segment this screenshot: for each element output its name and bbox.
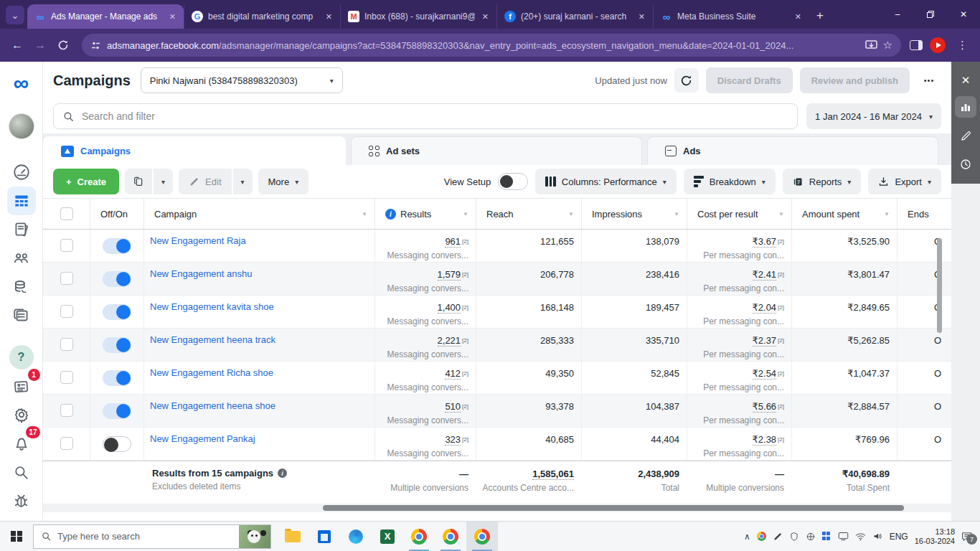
site-controls-icon[interactable] [90, 40, 101, 51]
sidebar-item-events-manager[interactable] [7, 301, 36, 330]
close-panel-icon[interactable]: ✕ [961, 72, 971, 89]
more-button[interactable]: More ▾ [258, 169, 309, 194]
taskbar-excel[interactable]: X [372, 522, 403, 551]
tray-shield-icon[interactable] [789, 532, 799, 542]
row-checkbox[interactable] [60, 404, 73, 417]
results-value[interactable]: 1,579 [438, 269, 461, 281]
sidebar-item-campaigns[interactable] [7, 187, 36, 215]
browser-tab-meta-business-suite[interactable]: ∞ Meta Business Suite ✕ [653, 4, 809, 29]
row-checkbox[interactable] [60, 371, 73, 384]
campaign-toggle[interactable] [103, 403, 131, 419]
browser-tab-google-search[interactable]: G best digital marketing comp ✕ [184, 4, 340, 29]
campaign-toggle[interactable] [103, 238, 131, 254]
sidebar-item-whats-new[interactable]: 1 [7, 372, 36, 400]
cost-value[interactable]: ₹2.54 [753, 368, 777, 380]
campaign-link[interactable]: New Engagement heena shoe [144, 400, 281, 411]
side-panel-icon[interactable] [910, 40, 923, 50]
notification-center-icon[interactable]: 7 [961, 531, 973, 542]
taskbar-chrome-2[interactable] [435, 522, 466, 551]
tab-close-icon[interactable]: ✕ [793, 12, 804, 22]
sidebar-item-settings[interactable] [7, 400, 36, 429]
refresh-button[interactable] [674, 68, 699, 93]
more-options-button[interactable]: ••• [917, 68, 941, 93]
minimize-button[interactable]: – [881, 0, 914, 29]
reports-button[interactable]: Reports ▾ [783, 169, 862, 194]
duplicate-dropdown-button[interactable]: ▾ [154, 169, 173, 194]
row-checkbox[interactable] [60, 272, 73, 285]
campaign-link[interactable]: New Engagement Raja [144, 235, 252, 246]
sidebar-item-search[interactable] [7, 458, 36, 486]
language-indicator[interactable]: ENG [890, 532, 908, 542]
review-publish-button[interactable]: Review and publish [800, 67, 910, 93]
tray-teams-icon[interactable] [822, 532, 831, 541]
bookmark-star-icon[interactable]: ☆ [883, 39, 892, 52]
row-checkbox[interactable] [60, 437, 73, 450]
history-panel-button[interactable] [955, 154, 976, 175]
campaign-toggle[interactable] [103, 271, 131, 287]
browser-tab-facebook[interactable]: f (20+) suraj karnani - search ✕ [496, 4, 653, 29]
header-cost-per-result[interactable]: Cost per result▼ [687, 199, 791, 229]
tab-ads[interactable]: Ads [647, 136, 938, 165]
cost-value[interactable]: ₹2.04 [753, 302, 777, 314]
horizontal-scrollbar[interactable] [43, 504, 951, 512]
edit-panel-button[interactable] [955, 125, 976, 146]
campaign-toggle[interactable] [103, 304, 131, 320]
taskbar-file-explorer[interactable] [277, 522, 308, 551]
start-button[interactable] [0, 522, 33, 551]
tab-close-icon[interactable]: ✕ [480, 12, 491, 22]
restore-button[interactable] [914, 0, 947, 29]
tray-expand-icon[interactable]: ∧ [744, 532, 750, 542]
new-tab-button[interactable]: + [816, 9, 824, 23]
taskbar-search[interactable] [33, 524, 271, 549]
taskbar-clock[interactable]: 13:18 16-03-2024 [915, 527, 955, 546]
breakdown-button[interactable]: Breakdown ▾ [684, 169, 776, 194]
install-app-icon[interactable] [865, 40, 877, 51]
select-all-checkbox[interactable] [60, 207, 73, 220]
row-checkbox[interactable] [60, 305, 73, 318]
tray-volume-icon[interactable] [872, 532, 883, 541]
sidebar-item-audiences[interactable] [7, 244, 36, 273]
account-selector[interactable]: Pinki Najwani (5384758898320303) ▾ [141, 67, 343, 93]
taskbar-search-input[interactable] [57, 531, 233, 542]
tray-pen-icon[interactable] [773, 532, 783, 542]
campaign-link[interactable]: New Engagement kavita shoe [144, 301, 280, 312]
tray-chrome-icon[interactable] [757, 532, 766, 541]
sidebar-item-help[interactable]: ? [7, 343, 36, 372]
header-results[interactable]: iResults▼ [374, 199, 476, 229]
date-range-selector[interactable]: 1 Jan 2024 - 16 Mar 2024 ▾ [806, 103, 941, 129]
sidebar-item-billing[interactable] [7, 273, 36, 301]
forward-button[interactable]: → [30, 35, 50, 55]
results-value[interactable]: 961 [445, 236, 461, 248]
campaign-link[interactable]: New Engagement Richa shoe [144, 367, 279, 378]
header-reach[interactable]: Reach▼ [476, 199, 581, 229]
vertical-scrollbar-thumb[interactable] [937, 238, 942, 333]
tray-display-icon[interactable] [838, 532, 849, 541]
sidebar-item-ads-reporting[interactable] [7, 215, 36, 244]
edit-dropdown-button[interactable]: ▾ [233, 169, 253, 194]
search-filter-bar[interactable] [53, 103, 798, 129]
address-bar[interactable]: adsmanager.facebook.com/adsmanager/manag… [82, 34, 901, 57]
browser-menu-icon[interactable]: ⋮ [953, 39, 973, 52]
campaign-link[interactable]: New Engagement Pankaj [144, 433, 261, 444]
tab-ad-sets[interactable]: Ad sets [351, 136, 642, 165]
taskbar-chrome-active[interactable] [466, 522, 498, 551]
cost-value[interactable]: ₹3.67 [753, 236, 777, 248]
header-amount-spent[interactable]: Amount spent▼ [791, 199, 897, 229]
discard-drafts-button[interactable]: Discard Drafts [706, 67, 793, 93]
header-impressions[interactable]: Impressions▼ [581, 199, 687, 229]
search-input[interactable] [82, 110, 788, 122]
campaign-toggle[interactable] [103, 370, 131, 386]
row-checkbox[interactable] [60, 338, 73, 351]
info-icon[interactable]: i [278, 468, 287, 478]
tab-close-icon[interactable]: ✕ [324, 12, 334, 22]
columns-button[interactable]: Columns: Performance ▾ [535, 169, 676, 194]
tab-campaigns[interactable]: Campaigns [43, 136, 346, 165]
create-button[interactable]: + Create [53, 169, 119, 194]
tab-close-icon[interactable]: ✕ [167, 12, 178, 22]
results-value[interactable]: 1,400 [438, 302, 461, 314]
campaign-link[interactable]: New Engagement anshu [144, 268, 258, 279]
campaign-link[interactable]: New Engagement heena track [144, 334, 281, 345]
export-button[interactable]: Export ▾ [868, 169, 941, 194]
header-ends[interactable]: Ends [897, 199, 951, 229]
campaign-toggle[interactable] [103, 436, 131, 452]
